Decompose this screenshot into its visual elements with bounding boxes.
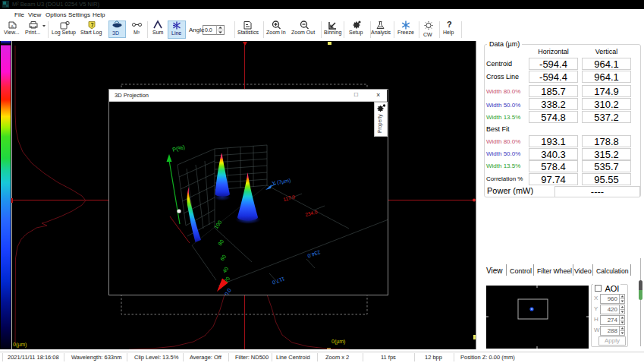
- svg-text:0.0: 0.0: [224, 287, 232, 295]
- svg-text:0(µm): 0(µm): [13, 342, 27, 348]
- svg-text:117.0: 117.0: [283, 194, 296, 202]
- svg-text:40: 40: [221, 266, 229, 273]
- svg-text:117.0: 117.0: [272, 276, 285, 285]
- svg-text:234.0: 234.0: [305, 209, 319, 217]
- svg-text:Y (7µm): Y (7µm): [272, 178, 291, 187]
- svg-text:80: 80: [217, 238, 225, 246]
- svg-text:60: 60: [219, 254, 227, 261]
- svg-text:P(%): P(%): [171, 144, 186, 153]
- svg-text:234.0: 234.0: [306, 249, 321, 259]
- svg-text:0(µm): 0(µm): [331, 339, 345, 345]
- svg-text:A: A: [11, 24, 14, 29]
